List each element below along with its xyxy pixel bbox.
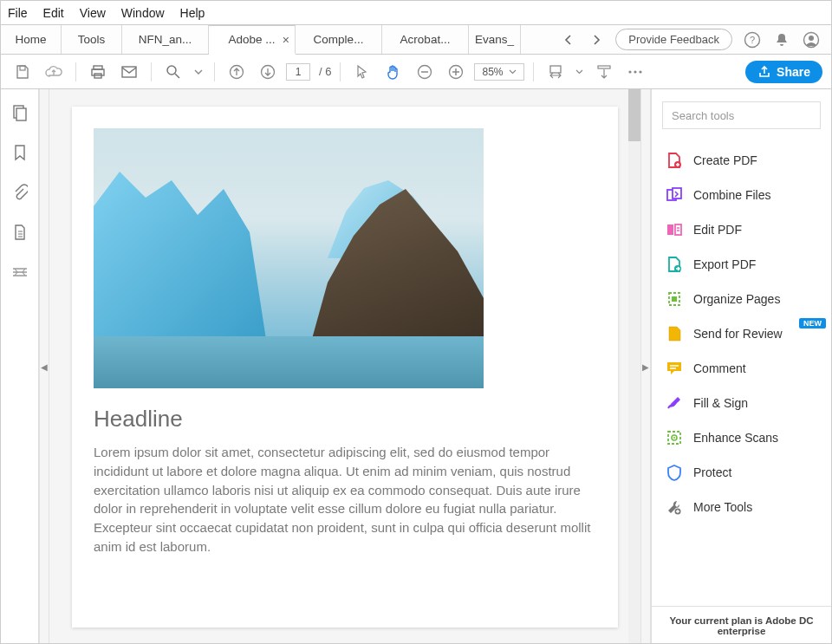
svg-rect-6 xyxy=(92,69,104,75)
tab-next-icon[interactable] xyxy=(588,31,605,49)
more-tools-wrench-icon xyxy=(666,498,683,516)
document-page: Headline Lorem ipsum dolor sit amet, con… xyxy=(72,107,618,628)
left-nav-rail xyxy=(1,89,39,644)
search-tools-input[interactable]: Search tools xyxy=(662,101,821,129)
organize-pages-icon xyxy=(666,290,683,308)
svg-rect-25 xyxy=(675,224,681,235)
tab-home[interactable]: Home xyxy=(1,25,62,54)
bookmark-icon[interactable] xyxy=(10,143,29,162)
document-viewport[interactable]: Headline Lorem ipsum dolor sit amet, con… xyxy=(49,89,640,644)
attachment-icon[interactable] xyxy=(10,183,29,202)
document-info-icon[interactable] xyxy=(10,223,29,242)
svg-point-3 xyxy=(809,36,814,41)
left-panel-collapse-icon[interactable]: ◀ xyxy=(39,89,49,644)
document-headline: Headline xyxy=(94,406,596,433)
svg-point-16 xyxy=(628,70,631,73)
tool-comment[interactable]: Comment xyxy=(652,351,831,386)
comment-icon xyxy=(666,360,683,377)
document-image xyxy=(94,128,484,388)
create-pdf-icon xyxy=(666,152,683,169)
tool-create-pdf[interactable]: Create PDF xyxy=(652,143,831,178)
prev-page-icon[interactable] xyxy=(224,59,250,85)
menu-window[interactable]: Window xyxy=(121,6,165,20)
tool-fill-sign[interactable]: Fill & Sign xyxy=(652,386,831,420)
fit-width-icon[interactable] xyxy=(543,59,569,85)
tool-more-tools[interactable]: More Tools xyxy=(652,490,831,524)
document-tab[interactable]: Evans_ xyxy=(469,25,521,54)
edit-pdf-icon xyxy=(666,221,683,238)
tool-protect[interactable]: Protect xyxy=(652,455,831,490)
vertical-scrollbar[interactable] xyxy=(628,89,640,644)
document-tab[interactable]: Acrobat... xyxy=(382,25,469,54)
menu-help[interactable]: Help xyxy=(180,6,205,20)
export-pdf-icon xyxy=(666,256,683,273)
cloud-upload-icon[interactable] xyxy=(41,59,67,85)
svg-rect-8 xyxy=(122,67,136,77)
tool-edit-pdf[interactable]: Edit PDF xyxy=(652,212,831,247)
menu-view[interactable]: View xyxy=(80,6,106,20)
page-display-icon[interactable] xyxy=(591,59,617,85)
email-icon[interactable] xyxy=(116,59,142,85)
menu-bar: File Edit View Window Help xyxy=(1,1,831,25)
hand-tool-icon[interactable] xyxy=(380,59,406,85)
new-badge: NEW xyxy=(799,318,826,329)
svg-point-31 xyxy=(673,437,675,439)
zoom-in-icon[interactable] xyxy=(443,59,469,85)
tool-enhance-scans[interactable]: Enhance Scans xyxy=(652,420,831,455)
account-icon[interactable] xyxy=(802,30,821,49)
svg-point-18 xyxy=(639,70,641,73)
document-tab-active[interactable]: Adobe ... × xyxy=(209,25,296,55)
tool-combine-files[interactable]: Combine Files xyxy=(652,178,831,212)
next-page-icon[interactable] xyxy=(255,59,281,85)
document-tab[interactable]: Comple... xyxy=(296,25,382,54)
provide-feedback-button[interactable]: Provide Feedback xyxy=(615,29,732,50)
send-for-review-icon xyxy=(666,325,683,342)
zoom-out-icon[interactable] xyxy=(412,59,438,85)
svg-rect-24 xyxy=(667,224,673,235)
document-body-text: Lorem ipsum dolor sit amet, consectetur … xyxy=(94,443,596,556)
plan-footer: Your current plan is Adobe DC enterprise xyxy=(652,606,831,644)
enhance-scans-icon xyxy=(666,429,683,446)
more-tools-icon[interactable] xyxy=(622,59,648,85)
scrollbar-thumb[interactable] xyxy=(628,89,640,141)
svg-rect-20 xyxy=(16,108,26,120)
page-number-input[interactable] xyxy=(286,63,310,81)
svg-point-9 xyxy=(167,66,176,75)
menu-edit[interactable]: Edit xyxy=(43,6,64,20)
tool-list: Create PDF Combine Files Edit PDF Export… xyxy=(652,140,831,606)
zoom-find-icon[interactable] xyxy=(160,59,186,85)
page-total-label: / 6 xyxy=(319,65,331,78)
thumbnails-icon[interactable] xyxy=(10,103,29,122)
svg-point-17 xyxy=(634,70,636,73)
share-button[interactable]: Share xyxy=(745,61,822,83)
layers-icon[interactable] xyxy=(10,263,29,282)
svg-text:?: ? xyxy=(750,35,755,45)
close-tab-icon[interactable]: × xyxy=(283,33,289,47)
svg-rect-14 xyxy=(550,66,561,73)
svg-rect-15 xyxy=(598,66,610,68)
menu-file[interactable]: File xyxy=(8,6,28,20)
tab-prev-icon[interactable] xyxy=(560,31,577,49)
document-tab[interactable]: NFN_an... xyxy=(122,25,209,54)
tab-tools[interactable]: Tools xyxy=(62,25,122,54)
tools-panel: Search tools Create PDF Combine Files Ed… xyxy=(651,89,831,644)
selection-tool-icon[interactable] xyxy=(349,59,375,85)
save-icon[interactable] xyxy=(10,59,36,85)
zoom-level-select[interactable]: 85% xyxy=(474,63,523,81)
tool-send-for-review[interactable]: Send for Review NEW xyxy=(652,316,831,351)
combine-files-icon xyxy=(666,186,683,204)
protect-icon xyxy=(666,464,683,481)
right-panel-collapse-icon[interactable]: ▶ xyxy=(640,89,651,644)
tool-organize-pages[interactable]: Organize Pages xyxy=(652,282,831,316)
toolbar: / 6 85% Share xyxy=(1,55,831,89)
print-icon[interactable] xyxy=(85,59,111,85)
tab-bar: Home Tools NFN_an... Adobe ... × Comple.… xyxy=(1,25,831,55)
main-area: ◀ Headline Lorem ipsum dolor sit amet, c… xyxy=(1,89,831,644)
svg-rect-28 xyxy=(672,296,677,302)
svg-rect-4 xyxy=(20,66,25,70)
tool-export-pdf[interactable]: Export PDF xyxy=(652,247,831,282)
help-icon[interactable]: ? xyxy=(743,30,762,49)
notifications-icon[interactable] xyxy=(772,30,791,49)
fit-dropdown-icon[interactable] xyxy=(574,59,586,85)
zoom-dropdown-icon[interactable] xyxy=(192,59,205,85)
